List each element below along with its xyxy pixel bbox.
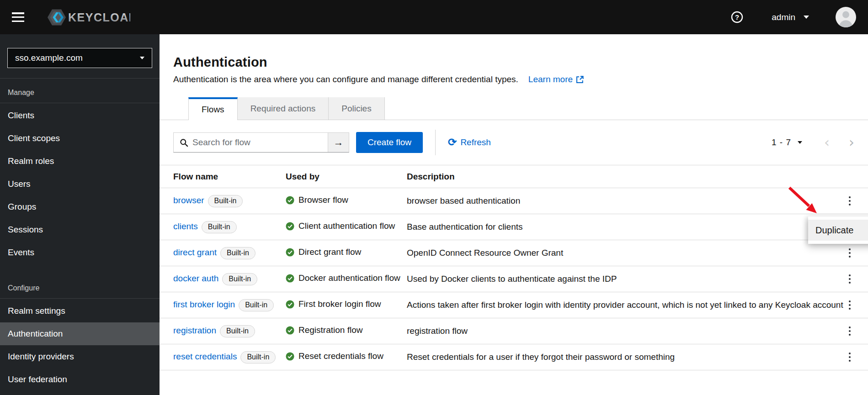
table-row: registrationBuilt-inRegistration flowreg… [160,318,868,344]
learn-more-link[interactable]: Learn more [528,74,584,84]
search-group: → [173,132,349,153]
table-row: first broker loginBuilt-inFirst broker l… [160,292,868,318]
sidebar-item-events[interactable]: Events [0,241,160,264]
toolbar-divider [435,130,436,155]
column-header-flow-name: Flow name [160,165,278,188]
built-in-badge: Built-in [239,299,274,311]
tab-required-actions[interactable]: Required actions [238,97,329,120]
flows-table: Flow name Used by Description browserBui… [160,165,868,370]
flow-link[interactable]: registration [173,326,216,335]
create-flow-button[interactable]: Create flow [356,132,423,153]
sidebar-item-authentication[interactable]: Authentication [0,322,160,345]
avatar[interactable] [836,7,856,27]
flow-description: Actions taken after first broker login w… [407,300,843,310]
built-in-badge: Built-in [220,247,256,259]
sidebar-item-realm-roles[interactable]: Realm roles [0,150,160,173]
user-menu[interactable]: admin [772,12,809,22]
sidebar-item-label: Client scopes [8,133,60,143]
kebab-menu-icon[interactable] [840,191,860,211]
pagination-prev-button[interactable]: ‹ [824,136,830,149]
table-row: browserBuilt-inBrowser flowbrowser based… [160,188,868,214]
flow-link[interactable]: reset credentials [173,352,237,361]
built-in-badge: Built-in [208,195,243,207]
refresh-button[interactable]: ⟳ Refresh [448,137,491,148]
used-by-label: First broker login flow [298,299,381,309]
nav-section-label: Manage [0,79,160,103]
built-in-badge: Built-in [240,351,276,363]
tab-policies[interactable]: Policies [329,97,384,120]
row-context-menu: Duplicate [808,216,868,244]
sidebar-item-users[interactable]: Users [0,173,160,195]
used-by-label: Reset credentials flow [298,351,383,361]
built-in-badge: Built-in [220,325,255,337]
help-icon[interactable]: ? [731,11,743,23]
search-input[interactable] [192,137,323,147]
flow-link[interactable]: browser [173,195,204,205]
tab-flows[interactable]: Flows [188,97,238,120]
kebab-menu-icon[interactable] [840,321,860,341]
username: admin [772,12,795,22]
check-circle-icon [286,248,294,257]
sidebar-item-label: Events [8,248,34,258]
nav-section-label: Configure [0,274,160,298]
flow-link[interactable]: direct grant [173,248,217,257]
sidebar-item-label: User federation [8,374,67,384]
hamburger-icon[interactable] [12,12,24,22]
flow-link[interactable]: first broker login [173,300,235,309]
used-by-label: Docker authentication flow [298,273,400,283]
check-circle-icon [286,326,294,335]
flow-description: OpenID Connect Resource Owner Grant [407,248,563,258]
sidebar-item-sessions[interactable]: Sessions [0,218,160,241]
menu-item-duplicate[interactable]: Duplicate [808,220,868,241]
search-icon [180,138,188,147]
check-circle-icon [286,300,294,309]
sidebar-item-label: Groups [8,202,36,212]
used-by-label: Browser flow [298,195,348,205]
realm-selector[interactable]: sso.example.com [7,48,152,68]
page-description: Authentication is the area where you can… [173,74,518,84]
external-link-icon [575,75,584,84]
flow-description: registration flow [407,326,468,336]
sidebar-item-client-scopes[interactable]: Client scopes [0,127,160,150]
flow-link[interactable]: docker auth [173,274,218,283]
sidebar-item-groups[interactable]: Groups [0,195,160,218]
toolbar: → Create flow ⟳ Refresh 1 - 7 ‹ › [173,132,854,153]
used-by-label: Client authentication flow [298,221,395,231]
pagination-next-button[interactable]: › [849,136,854,149]
sidebar-item-user-federation[interactable]: User federation [0,368,160,391]
caret-down-icon [798,141,802,144]
column-header-description: Description [399,165,840,188]
sidebar: sso.example.com ManageClientsClient scop… [0,34,160,395]
svg-text:?: ? [735,13,739,21]
check-circle-icon [286,222,294,231]
check-circle-icon [286,352,294,361]
kebab-menu-icon[interactable] [840,347,860,367]
flow-description: Base authentication for clients [407,222,523,232]
flow-description: Used by Docker clients to authenticate a… [407,274,617,284]
sidebar-item-label: Clients [8,111,34,121]
masthead: KEYCLOAK ? admin [0,0,868,34]
pagination-range-dropdown[interactable]: 1 - 7 [772,137,802,147]
nav-section: ManageClientsClient scopesRealm rolesUse… [0,79,160,264]
flow-description: Reset credentials for a user if they for… [407,352,675,362]
refresh-icon: ⟳ [448,137,457,147]
sidebar-item-identity-providers[interactable]: Identity providers [0,345,160,368]
check-circle-icon [286,196,294,205]
flow-description: browser based authentication [407,196,520,205]
page-title: Authentication [173,54,854,70]
used-by-label: Registration flow [298,325,362,335]
table-row: reset credentialsBuilt-inReset credentia… [160,344,868,370]
search-submit-button[interactable]: → [328,133,349,152]
nav-section: ConfigureRealm settingsAuthenticationIde… [0,274,160,391]
caret-down-icon [140,57,144,59]
kebab-menu-icon[interactable] [840,243,860,263]
table-header-row: Flow name Used by Description [160,165,868,188]
flow-link[interactable]: clients [173,221,198,231]
sidebar-item-realm-settings[interactable]: Realm settings [0,300,160,322]
caret-down-icon [804,16,809,19]
built-in-badge: Built-in [222,273,257,285]
kebab-menu-icon[interactable] [840,269,860,289]
sidebar-item-label: Identity providers [8,352,74,362]
sidebar-item-clients[interactable]: Clients [0,104,160,127]
sidebar-item-label: Realm roles [8,156,54,166]
